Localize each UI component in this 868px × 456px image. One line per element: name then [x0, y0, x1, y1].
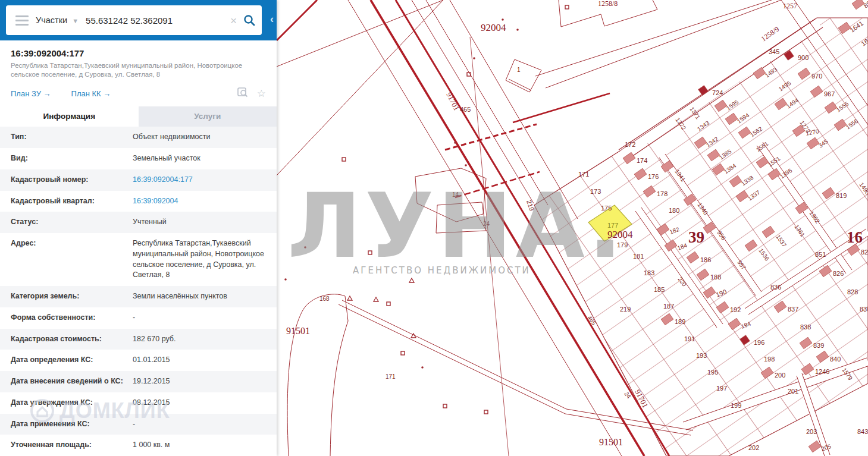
row-label: Кадастровый квартал:: [11, 196, 133, 207]
parcel-label: 219: [620, 306, 631, 313]
row-label: Дата утверждения КС:: [11, 398, 133, 408]
parcel-label: 724: [712, 89, 723, 96]
map-canvas[interactable]: 920041258/812571258/93459008916411640724…: [277, 0, 868, 456]
parcel-label: 199: [731, 402, 741, 409]
parcel-label: 195: [707, 369, 718, 376]
parcel-label: 196: [754, 339, 764, 346]
row-value: -: [133, 313, 265, 323]
sidebar: Участки ▼ × ‹ 16:39:092004:177 Республик…: [0, 0, 277, 456]
search-topbar: Участки ▼ × ‹: [0, 0, 277, 40]
parcel-label: 1246: [815, 368, 829, 375]
point-symbol: [473, 57, 475, 59]
row-value: 19.12.2015: [133, 376, 265, 387]
row-value: -: [133, 419, 265, 430]
point-symbol: [465, 164, 467, 166]
row-value: Учтенный: [133, 217, 265, 228]
header-icons: ☆: [237, 87, 266, 99]
row-label: Кадастровая стоимость:: [11, 334, 133, 345]
parcel-label: 967: [824, 90, 835, 98]
plan-kk-link[interactable]: План КК →: [71, 89, 111, 98]
parcel-label: 826: [833, 270, 844, 277]
info-row: Дата применения КС:-: [0, 414, 277, 435]
point-symbol: [502, 18, 504, 21]
parcel-label: 843: [857, 428, 868, 435]
triangle-symbol: [347, 296, 352, 300]
parcel-label: 1: [517, 67, 521, 73]
info-row: Кадастровый квартал:16:39:092004: [0, 191, 277, 212]
parcel-label: 837: [788, 306, 798, 313]
parcel-label: 1258/8: [598, 0, 618, 8]
parcel-label: 192: [730, 306, 741, 313]
info-row: Дата определения КС:01.01.2015: [0, 350, 277, 371]
info-row: Кадастровый номер:16:39:092004:177: [0, 169, 277, 191]
clear-search-icon[interactable]: ×: [230, 15, 237, 26]
parcel-label: 1258/9: [760, 25, 781, 43]
parcel-label: 191: [684, 335, 695, 342]
parcel-label: 200: [775, 372, 785, 379]
tab-information[interactable]: Информация: [0, 106, 139, 127]
row-value-link[interactable]: 16:39:092004:177: [133, 175, 265, 185]
parcel-label: 168: [319, 295, 330, 302]
row-label: Статус:: [11, 217, 133, 228]
parcel-label: 188: [710, 273, 721, 281]
parcel-label: 839: [813, 342, 824, 349]
info-row: Кадастровая стоимость:182 670 руб.: [0, 329, 277, 350]
search-icon[interactable]: [243, 14, 256, 27]
object-address-subtitle: Республика Татарстан,Тукаевский муниципа…: [11, 61, 252, 79]
square-symbol: [484, 410, 488, 414]
point-symbol: [284, 278, 287, 281]
row-label: Уточненная площадь:: [11, 440, 133, 451]
parcel-label: 465: [460, 106, 471, 113]
parcel-label: 174: [637, 157, 647, 164]
row-label: Категория земель:: [11, 291, 133, 302]
parcel-label: 203: [806, 428, 817, 435]
square-symbol: [443, 404, 447, 408]
parcel-label: 197: [716, 385, 727, 392]
parcel-label: 187: [663, 303, 674, 310]
parcel-label: 819: [836, 192, 847, 199]
square-symbol: [342, 158, 346, 161]
row-value: 01.01.2015: [133, 355, 265, 366]
info-row: Тип:Объект недвижимости: [0, 127, 277, 148]
parcel-label: 91701: [444, 91, 461, 112]
cadastral-number-title: 16:39:092004:177: [11, 48, 266, 58]
search-input[interactable]: [84, 15, 224, 26]
parcel-label: 91501: [286, 326, 310, 336]
parcel-label: 840: [830, 356, 841, 363]
square-symbol: [565, 5, 569, 9]
parcel-label: 171: [386, 373, 396, 380]
parcel-label: 186: [700, 256, 711, 263]
info-rows: Тип:Объект недвижимостиВид:Земельный уча…: [0, 127, 277, 456]
plan-zu-link[interactable]: План ЗУ →: [11, 89, 51, 98]
search-box: Участки ▼ ×: [6, 5, 262, 35]
parcel-label: 825: [861, 249, 868, 256]
parcel-label: 183: [644, 269, 654, 276]
favorite-star-icon[interactable]: ☆: [257, 89, 266, 99]
parcel-label: 970: [811, 73, 822, 80]
parcel-label: 189: [675, 318, 685, 325]
tab-services[interactable]: Услуги: [139, 106, 277, 127]
info-row: Форма собственности:-: [0, 307, 277, 329]
search-category-dropdown[interactable]: Участки: [36, 15, 67, 25]
parcel-label: 1257: [783, 2, 797, 10]
info-row: Дата внесения сведений о КС:19.12.2015: [0, 371, 277, 392]
menu-icon[interactable]: [15, 15, 29, 26]
parcel-label: 828: [847, 288, 858, 295]
agency-watermark-title: ЛУНА.: [287, 174, 626, 278]
point-symbol: [454, 141, 456, 144]
chevron-down-icon[interactable]: ▼: [72, 17, 79, 24]
cadastral-map-svg: 920041258/812571258/93459008916411640724…: [277, 0, 868, 456]
parcel-label: 838: [800, 323, 811, 331]
parcel-label: 851: [815, 251, 826, 258]
parcel-label: 198: [764, 356, 775, 363]
row-label: Форма собственности:: [11, 313, 133, 323]
collapse-panel-icon[interactable]: ‹: [270, 13, 276, 26]
parcel-label: 176: [648, 173, 659, 180]
preview-zoom-icon[interactable]: [237, 87, 249, 99]
info-row: Дата утверждения КС:08.12.2015: [0, 392, 277, 414]
agency-watermark-subtitle: АГЕНТСТВО НЕДВИЖИМОСТИ: [353, 265, 531, 276]
row-value-link[interactable]: 16:39:092004: [133, 196, 265, 207]
triangle-symbol: [409, 278, 414, 282]
triangle-symbol: [374, 297, 378, 301]
info-row: Адрес:Республика Татарстан,Тукаевский му…: [0, 233, 277, 286]
